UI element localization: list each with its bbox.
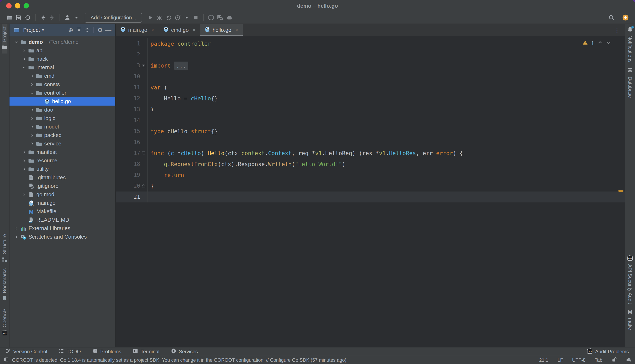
- fold-marker-icon[interactable]: [140, 180, 148, 192]
- chevron-right-icon[interactable]: [21, 150, 27, 154]
- add-configuration-button[interactable]: Add Configuration...: [85, 12, 142, 23]
- lock-icon[interactable]: [611, 357, 617, 364]
- line-ending[interactable]: LF: [557, 358, 563, 363]
- locate-file-icon[interactable]: ⊕: [67, 26, 75, 34]
- tool-window-button-audit-problems[interactable]: /APIAudit Problems: [587, 348, 629, 355]
- update-icon[interactable]: [621, 13, 630, 22]
- chevron-down-icon[interactable]: [29, 91, 35, 95]
- editor-options-icon[interactable]: ⋮: [614, 24, 625, 36]
- tool-stripe-make[interactable]: Mmake: [627, 306, 633, 332]
- run-icon[interactable]: [146, 13, 155, 22]
- code-line-15[interactable]: 15type cHello struct{}: [116, 126, 625, 137]
- tree-item-go.mod[interactable]: go.mod: [10, 190, 115, 199]
- chevron-right-icon[interactable]: [29, 133, 35, 138]
- tool-stripe-database[interactable]: Database: [627, 65, 633, 100]
- run-coverage-icon[interactable]: [164, 13, 173, 22]
- chevron-right-icon[interactable]: [21, 159, 27, 163]
- zoom-window-button[interactable]: [24, 3, 29, 8]
- tree-item-cmd[interactable]: cmd: [10, 72, 115, 80]
- tree-item-manifest[interactable]: manifest: [10, 148, 115, 156]
- file-encoding[interactable]: UTF-8: [572, 358, 585, 363]
- scrollbar-warning-mark[interactable]: [618, 190, 623, 192]
- chevron-right-icon[interactable]: [29, 125, 35, 129]
- chevron-right-icon[interactable]: [29, 74, 35, 78]
- tool-stripe-openapi[interactable]: OpenAPI/API: [2, 305, 8, 339]
- code-line-18[interactable]: 18 g.RequestFromCtx(ctx).Response.Writel…: [116, 159, 625, 170]
- next-problem-icon[interactable]: [606, 40, 611, 46]
- search-icon[interactable]: [607, 13, 616, 22]
- chevron-right-icon[interactable]: [29, 116, 35, 120]
- tree-item-dao[interactable]: dao: [10, 106, 115, 114]
- chevron-right-icon[interactable]: [13, 235, 20, 239]
- go-sdk-cloud-icon[interactable]: ?⚙: [626, 357, 631, 364]
- code-line-20[interactable]: 20}: [116, 180, 625, 192]
- status-message-area[interactable]: GOROOT is detected: Go 1.18.4 is automat…: [4, 357, 346, 363]
- code-line-21[interactable]: 21: [116, 192, 625, 202]
- tree-item-demo[interactable]: demo~/Temp/demo: [10, 38, 115, 46]
- collapse-all-icon[interactable]: [83, 26, 91, 34]
- chevron-right-icon[interactable]: [29, 82, 35, 86]
- close-tab-icon[interactable]: ×: [192, 27, 196, 33]
- caret-position[interactable]: 21:1: [539, 358, 548, 363]
- tree-item-logic[interactable]: logic: [10, 114, 115, 122]
- chevron-down-icon[interactable]: [21, 66, 27, 70]
- tree-item-model[interactable]: model: [10, 122, 115, 131]
- code-line-13[interactable]: 13): [116, 104, 625, 115]
- code-line-19[interactable]: 19 return: [116, 170, 625, 180]
- code-line-17[interactable]: 17func (c *cHello) Hello(ctx context.Con…: [116, 148, 625, 159]
- caret-icon[interactable]: [182, 13, 191, 22]
- tool-window-button-problems[interactable]: Problems: [92, 348, 121, 355]
- prev-problem-icon[interactable]: [597, 40, 603, 46]
- tree-item-controller[interactable]: controller: [10, 88, 115, 97]
- open-project-icon[interactable]: [5, 13, 14, 22]
- code-line-14[interactable]: 14: [116, 115, 625, 126]
- chevron-down-icon[interactable]: ▾: [42, 28, 44, 32]
- close-tab-icon[interactable]: ×: [151, 27, 154, 33]
- chevron-down-icon[interactable]: [13, 40, 20, 44]
- code-line-11[interactable]: 11var (: [116, 82, 625, 93]
- tool-stripe-api-security-audit[interactable]: /APIAPI Security Audit: [627, 253, 633, 306]
- debug-icon[interactable]: [155, 13, 164, 22]
- tool-window-button-todo[interactable]: TODO: [59, 348, 81, 355]
- tool-window-button-version-control[interactable]: Version Control: [5, 348, 47, 355]
- tree-item-.gitattributes[interactable]: .gitattributes: [10, 173, 115, 182]
- tree-item-hack[interactable]: hack: [10, 55, 115, 63]
- fold-marker-icon[interactable]: [140, 148, 148, 159]
- code-line-2[interactable]: 2: [116, 49, 625, 60]
- expand-all-icon[interactable]: [75, 26, 83, 34]
- inspection-widget[interactable]: 1: [582, 40, 611, 46]
- tree-item-Scratches and Consoles[interactable]: Scratches and Consoles: [10, 232, 115, 241]
- tool-stripe-notifications[interactable]: Notifications: [627, 24, 633, 65]
- tree-item-.gitignore[interactable]: .gitignore: [10, 182, 115, 190]
- minimize-window-button[interactable]: [15, 3, 20, 8]
- stop-icon[interactable]: [191, 13, 200, 22]
- tree-item-service[interactable]: service: [10, 140, 115, 148]
- tab-hello.go[interactable]: hello.go×: [200, 24, 243, 36]
- close-tab-icon[interactable]: ×: [235, 27, 238, 33]
- tree-item-api[interactable]: api: [10, 46, 115, 55]
- tree-item-utility[interactable]: utility: [10, 165, 115, 173]
- chevron-right-icon[interactable]: [21, 57, 27, 61]
- code-line-1[interactable]: 1package controller: [116, 38, 625, 49]
- chevron-right-icon[interactable]: [29, 108, 35, 112]
- code-line-12[interactable]: 12 Hello = cHello{}: [116, 93, 625, 104]
- tree-item-main.go[interactable]: main.go: [10, 199, 115, 207]
- tree-item-External Libraries[interactable]: External Libraries: [10, 224, 115, 232]
- tool-window-button-services[interactable]: Services: [171, 348, 198, 355]
- profile-user-icon[interactable]: [63, 13, 72, 22]
- tree-item-hello.go[interactable]: hello.go: [10, 97, 115, 106]
- cloud-icon[interactable]: [225, 13, 234, 22]
- indent-style[interactable]: Tab: [595, 358, 602, 363]
- chevron-right-icon[interactable]: [21, 48, 27, 53]
- code-line-3[interactable]: 3import ...: [116, 60, 625, 71]
- code-editor[interactable]: 1package controller23import ...1011var (…: [116, 36, 625, 347]
- save-all-icon[interactable]: [14, 13, 23, 22]
- project-panel-title[interactable]: Project: [23, 27, 40, 33]
- chevron-right-icon[interactable]: [21, 192, 27, 197]
- tree-item-packed[interactable]: packed: [10, 131, 115, 140]
- tool-stripe-project[interactable]: Project: [2, 24, 8, 54]
- fold-marker-icon[interactable]: [140, 60, 148, 71]
- tab-cmd.go[interactable]: cmd.go×: [159, 24, 200, 36]
- code-line-10[interactable]: 10: [116, 71, 625, 82]
- close-window-button[interactable]: [6, 3, 12, 8]
